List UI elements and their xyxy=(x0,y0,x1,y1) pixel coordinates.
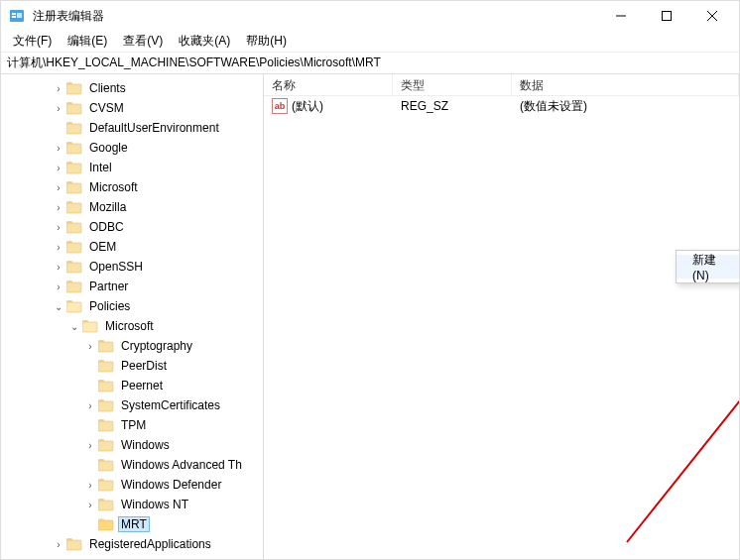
folder-icon xyxy=(98,418,118,432)
tree-node-label: Clients xyxy=(86,80,129,96)
tree-twisty-icon[interactable]: › xyxy=(53,201,64,213)
col-header-data[interactable]: 数据 xyxy=(512,74,739,95)
tree-twisty-icon[interactable] xyxy=(84,419,96,431)
maximize-button[interactable] xyxy=(644,1,689,31)
tree-twisty-icon[interactable]: › xyxy=(84,439,96,451)
tree-twisty-icon[interactable]: › xyxy=(84,479,96,491)
menu-view[interactable]: 查看(V) xyxy=(115,31,171,52)
tree-twisty-icon[interactable] xyxy=(84,459,96,471)
folder-icon xyxy=(66,280,86,293)
title-bar: 注册表编辑器 xyxy=(1,1,739,31)
tree-node[interactable]: Peernet xyxy=(1,376,263,395)
svg-rect-29 xyxy=(66,282,81,292)
submenu-arrow-icon: › xyxy=(727,262,740,273)
minimize-button[interactable] xyxy=(598,1,644,31)
tree-node[interactable]: › Partner xyxy=(1,277,263,296)
tree-node[interactable]: › Cryptography xyxy=(1,336,263,356)
address-bar[interactable]: 计算机\HKEY_LOCAL_MACHINE\SOFTWARE\Policies… xyxy=(1,53,739,74)
tree-pane[interactable]: › Clients› CVSM DefaultUserEnvironment› … xyxy=(1,74,264,559)
col-header-name[interactable]: 名称 xyxy=(264,74,393,95)
svg-rect-21 xyxy=(66,203,81,213)
folder-icon xyxy=(66,180,86,194)
string-value-icon: ab xyxy=(272,98,288,114)
tree-node[interactable]: ⌄ Policies xyxy=(1,296,263,316)
tree-twisty-icon[interactable]: › xyxy=(53,82,64,94)
menu-file[interactable]: 文件(F) xyxy=(5,31,60,52)
close-button[interactable] xyxy=(689,1,735,31)
tree-node-label: Windows Advanced Th xyxy=(118,457,245,473)
tree-twisty-icon[interactable]: › xyxy=(53,280,64,292)
tree-node[interactable]: ⌄ Microsoft xyxy=(1,316,263,336)
folder-icon xyxy=(66,260,86,274)
tree-node[interactable]: › RegisteredApplications xyxy=(1,534,263,554)
folder-icon xyxy=(98,478,118,492)
tree-node-label: Partner xyxy=(86,279,131,294)
tree-node-label: Peernet xyxy=(118,378,166,393)
tree-twisty-icon[interactable]: › xyxy=(53,221,64,233)
tree-twisty-icon[interactable]: › xyxy=(53,538,64,550)
tree-node[interactable]: TPM xyxy=(1,415,263,435)
tree-twisty-icon[interactable]: › xyxy=(84,499,96,510)
tree-node[interactable]: › Windows NT xyxy=(1,495,263,514)
tree-twisty-icon[interactable] xyxy=(84,360,96,372)
tree-twisty-icon[interactable]: ⌄ xyxy=(68,320,80,332)
menu-favorites[interactable]: 收藏夹(A) xyxy=(171,31,238,52)
tree-node-label: Windows xyxy=(118,437,173,453)
tree-node[interactable]: › Intel xyxy=(1,158,263,177)
folder-icon xyxy=(66,161,86,174)
tree-twisty-icon[interactable]: ⌄ xyxy=(53,300,64,312)
tree-node[interactable]: › Google xyxy=(1,138,263,158)
tree-node[interactable]: › OpenSSH xyxy=(1,257,263,277)
tree-node[interactable]: DefaultUserEnvironment xyxy=(1,118,263,138)
folder-icon xyxy=(66,240,86,254)
col-header-type[interactable]: 类型 xyxy=(393,74,512,95)
svg-rect-55 xyxy=(66,540,81,550)
folder-icon xyxy=(66,81,86,95)
svg-rect-19 xyxy=(66,183,81,193)
tree-twisty-icon[interactable]: › xyxy=(84,399,96,411)
table-row[interactable]: ab(默认)REG_SZ(数值未设置) xyxy=(264,96,739,116)
tree-node[interactable]: › CVSM xyxy=(1,98,263,118)
context-menu-new-label: 新建(N) xyxy=(692,252,727,282)
tree-node[interactable]: › Windows xyxy=(1,435,263,455)
tree-twisty-icon[interactable]: › xyxy=(53,102,64,114)
tree-twisty-icon[interactable] xyxy=(53,122,64,134)
menu-edit[interactable]: 编辑(E) xyxy=(60,31,115,52)
list-pane: 名称 类型 数据 ab(默认)REG_SZ(数值未设置) 新建(N) › 项(K… xyxy=(264,74,739,559)
tree-twisty-icon[interactable]: › xyxy=(53,162,64,173)
tree-twisty-icon[interactable]: › xyxy=(53,241,64,253)
tree-node[interactable]: › Microsoft xyxy=(1,177,263,197)
context-menu-new[interactable]: 新建(N) › xyxy=(677,255,740,279)
tree-twisty-icon[interactable] xyxy=(84,380,96,392)
list-rows[interactable]: ab(默认)REG_SZ(数值未设置) xyxy=(264,96,739,559)
svg-rect-11 xyxy=(66,104,81,114)
svg-rect-13 xyxy=(66,124,81,134)
svg-rect-47 xyxy=(98,461,113,471)
tree-node-label: DefaultUserEnvironment xyxy=(86,120,222,136)
value-type: REG_SZ xyxy=(393,99,512,113)
tree-node-label: Mozilla xyxy=(86,199,129,215)
tree-twisty-icon[interactable]: › xyxy=(84,340,96,352)
tree-node[interactable]: › Mozilla xyxy=(1,197,263,217)
tree-twisty-icon[interactable]: › xyxy=(53,261,64,273)
tree-twisty-icon[interactable] xyxy=(84,518,96,530)
tree-node[interactable]: PeerDist xyxy=(1,356,263,376)
menu-help[interactable]: 帮助(H) xyxy=(238,31,295,52)
svg-rect-27 xyxy=(66,263,81,273)
tree-node-label: TPM xyxy=(118,417,149,433)
tree-node[interactable]: › SystemCertificates xyxy=(1,395,263,415)
svg-rect-15 xyxy=(66,144,81,154)
tree-twisty-icon[interactable]: › xyxy=(53,142,64,154)
tree-node[interactable]: › Windows Defender xyxy=(1,475,263,495)
tree-node-label: OEM xyxy=(86,239,119,255)
tree-twisty-icon[interactable]: › xyxy=(53,181,64,193)
tree-node[interactable]: Windows Advanced Th xyxy=(1,455,263,475)
tree-node[interactable]: MRT xyxy=(1,514,263,534)
tree-node[interactable]: › Clients xyxy=(1,78,263,98)
svg-rect-39 xyxy=(98,382,113,392)
folder-icon xyxy=(98,339,118,353)
tree-node[interactable]: › ODBC xyxy=(1,217,263,237)
folder-icon xyxy=(98,458,118,472)
tree-node-label: Windows Defender xyxy=(118,477,224,493)
tree-node[interactable]: › OEM xyxy=(1,237,263,257)
